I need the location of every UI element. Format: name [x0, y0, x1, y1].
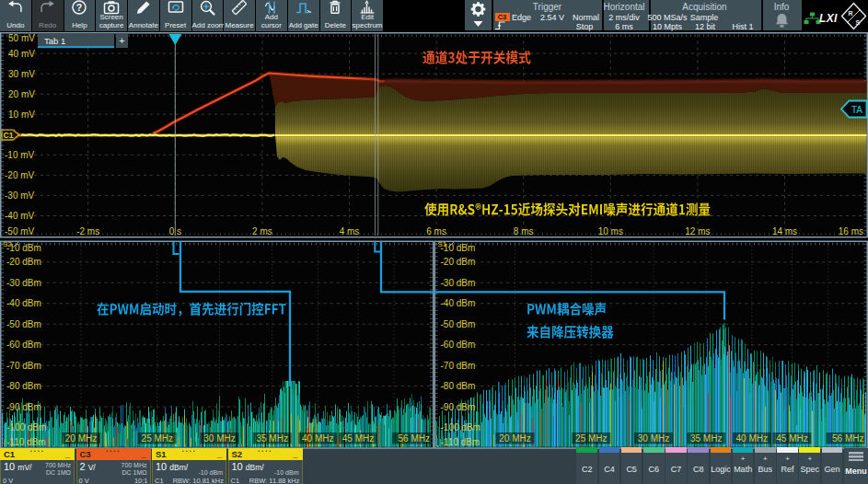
svg-text:10 ms: 10 ms: [598, 226, 623, 236]
svg-text:S2: S2: [3, 240, 12, 248]
svg-text:12 ms: 12 ms: [685, 226, 710, 236]
svg-text:40 MHz: 40 MHz: [736, 433, 768, 444]
svg-text:35 MHz: 35 MHz: [690, 433, 722, 444]
svg-text:10 mV: 10 mV: [8, 109, 35, 120]
svg-text:30 mV: 30 mV: [8, 69, 35, 79]
svg-text:-80 dBm: -80 dBm: [441, 381, 476, 391]
svg-text:20 MHz: 20 MHz: [65, 433, 97, 444]
svg-text:TA: TA: [851, 105, 862, 115]
svg-text:30 MHz: 30 MHz: [638, 433, 669, 444]
svg-text:-90 dBm: -90 dBm: [441, 402, 476, 412]
svg-text:35 MHz: 35 MHz: [256, 433, 287, 444]
svg-text:40 mV: 40 mV: [8, 49, 35, 59]
svg-text:30 MHz: 30 MHz: [203, 433, 235, 444]
svg-text:-60 dBm: -60 dBm: [6, 340, 41, 350]
svg-text:-30 mV: -30 mV: [5, 190, 35, 201]
svg-text:14 ms: 14 ms: [772, 226, 797, 236]
svg-text:-60 dBm: -60 dBm: [441, 340, 476, 350]
svg-text:25 MHz: 25 MHz: [575, 433, 607, 444]
svg-text:-10 mV: -10 mV: [5, 150, 35, 160]
svg-text:-2 ms: -2 ms: [76, 226, 99, 236]
svg-text:-80 dBm: -80 dBm: [6, 381, 41, 391]
svg-text:45 MHz: 45 MHz: [342, 433, 374, 444]
svg-text:20 MHz: 20 MHz: [499, 433, 530, 444]
svg-text:-20 dBm: -20 dBm: [6, 257, 41, 267]
svg-text:-40 mV: -40 mV: [5, 211, 35, 221]
svg-text:56 MHz: 56 MHz: [399, 433, 430, 444]
svg-text:2 ms: 2 ms: [252, 226, 272, 236]
svg-text:-40 dBm: -40 dBm: [441, 298, 476, 308]
svg-text:-110 dBm: -110 dBm: [441, 437, 480, 447]
svg-text:50 mV: 50 mV: [8, 33, 35, 43]
svg-text:S1: S1: [438, 240, 447, 248]
svg-text:-30 dBm: -30 dBm: [441, 278, 476, 288]
svg-text:-20 mV: -20 mV: [5, 170, 35, 180]
svg-text:25 MHz: 25 MHz: [142, 433, 173, 444]
svg-text:-100 dBm: -100 dBm: [6, 422, 46, 432]
svg-text:20 mV: 20 mV: [8, 89, 35, 99]
svg-text:-100 dBm: -100 dBm: [441, 422, 480, 432]
svg-text:-90 dBm: -90 dBm: [6, 402, 41, 412]
svg-text:-30 dBm: -30 dBm: [6, 278, 41, 288]
svg-text:6 ms: 6 ms: [426, 226, 446, 236]
svg-text:-20 dBm: -20 dBm: [441, 257, 476, 267]
svg-text:+: +: [120, 36, 125, 46]
svg-text:-40 dBm: -40 dBm: [6, 298, 41, 308]
svg-text:8 ms: 8 ms: [514, 226, 534, 236]
svg-text:Tab 1: Tab 1: [44, 36, 65, 46]
svg-text:C1: C1: [4, 131, 14, 140]
svg-text:-50 dBm: -50 dBm: [6, 319, 41, 329]
svg-text:-70 dBm: -70 dBm: [441, 361, 476, 371]
svg-text:-50 mV: -50 mV: [5, 226, 35, 236]
svg-text:4 ms: 4 ms: [340, 226, 360, 236]
svg-text:-50 dBm: -50 dBm: [441, 319, 476, 329]
svg-text:45 MHz: 45 MHz: [776, 433, 807, 444]
svg-text:16 ms: 16 ms: [839, 226, 863, 236]
svg-text:0 s: 0 s: [169, 226, 181, 236]
svg-text:-70 dBm: -70 dBm: [6, 361, 41, 371]
svg-text:56 MHz: 56 MHz: [832, 433, 863, 444]
svg-text:40 MHz: 40 MHz: [302, 433, 333, 444]
